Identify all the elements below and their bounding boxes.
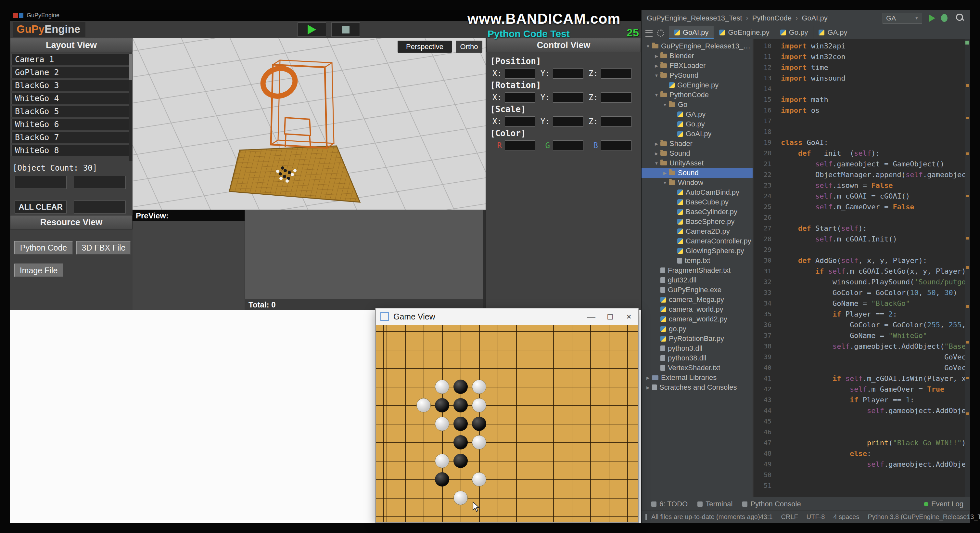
project-tree-item[interactable]: ▶FBXLoader [641, 61, 752, 70]
terminal-toolwindow[interactable]: Terminal [697, 500, 732, 508]
status-item[interactable]: CRLF [781, 513, 798, 521]
layout-object-item[interactable]: Camera_1 [11, 54, 131, 65]
perspective-button[interactable]: Perspective [398, 41, 452, 53]
project-tree-item[interactable]: AutoCamBind.py [641, 188, 752, 197]
project-tree-item[interactable]: GuPyEngine.exe [641, 285, 752, 295]
layout-object-item[interactable]: BlackGo_7 [11, 132, 131, 143]
project-tree-item[interactable]: ▼Go [641, 100, 752, 110]
project-tree-item[interactable]: python3.dll [641, 343, 752, 353]
project-tree-item[interactable]: ▼GuPyEngine_Release13_Test [641, 41, 752, 51]
project-tree-item[interactable]: python38.dll [641, 353, 752, 363]
project-tree-item[interactable]: Camera2D.py [641, 227, 752, 236]
project-tree-item[interactable]: CameraController.py [641, 236, 752, 246]
project-tree-item[interactable]: BaseSphere.py [641, 217, 752, 227]
project-tree-item[interactable]: ▶Shader [641, 139, 752, 148]
project-tree-item[interactable]: go.py [641, 324, 752, 334]
axis-value-field[interactable] [601, 68, 632, 79]
editor-tab[interactable]: GA.py [813, 26, 853, 39]
gear-icon[interactable] [657, 30, 664, 37]
menu-icon[interactable] [646, 30, 652, 37]
event-log-toolwindow[interactable]: Event Log [924, 500, 963, 508]
breadcrumb-item[interactable]: PythonCode [752, 14, 792, 22]
editor-tab[interactable]: GoEngine.py [714, 26, 775, 39]
run-config-dropdown[interactable]: GA ▼ [883, 13, 922, 24]
project-tree-item[interactable]: VertexShader.txt [641, 363, 752, 373]
todo-toolwindow[interactable]: 6: TODO [651, 500, 688, 508]
layout-object-item[interactable]: WhiteGo_4 [11, 93, 131, 104]
ortho-button[interactable]: Ortho [456, 41, 482, 53]
all-clear-button[interactable]: ALL CLEAR [14, 201, 67, 214]
axis-value-field[interactable] [553, 92, 583, 103]
project-tree-item[interactable]: ▶Scratches and Consoles [641, 383, 752, 392]
game-view-titlebar[interactable]: Game View — □ × [376, 308, 638, 325]
status-item[interactable]: Python 3.8 (GuPyEngine_Release13_Test) [868, 513, 980, 521]
resource-button[interactable]: 3D FBX File [76, 241, 131, 254]
scrollbar-thumb[interactable] [129, 54, 132, 80]
project-tree-item[interactable]: ▶Sound [641, 148, 752, 158]
layout-object-item[interactable]: BlackGo_5 [11, 105, 131, 117]
layout-object-item[interactable]: WhiteGo_6 [11, 119, 131, 130]
project-tree-item[interactable]: ▼PySound [641, 70, 752, 80]
stop-button[interactable] [331, 22, 360, 37]
object-action-button-1[interactable] [14, 176, 67, 189]
resource-button[interactable]: Image File [14, 263, 63, 277]
3d-viewport[interactable]: Perspective Ortho [132, 38, 485, 210]
axis-value-field[interactable] [505, 68, 535, 79]
project-tree-item[interactable]: temp.txt [641, 256, 752, 265]
axis-value-field[interactable] [553, 140, 583, 151]
project-tree-item[interactable]: ▼PythonCode [641, 90, 752, 100]
project-tree-item[interactable]: FragmentShader.txt [641, 265, 752, 275]
status-item[interactable]: 4 spaces [833, 513, 859, 521]
project-tree-item[interactable]: ▼Window [641, 178, 752, 188]
project-tree-item[interactable]: BaseCube.py [641, 197, 752, 207]
project-tree-item[interactable]: ▼UnityAsset [641, 158, 752, 168]
minimize-button[interactable]: — [582, 308, 601, 325]
project-tree-item[interactable]: ▶External Libraries [641, 373, 752, 383]
play-button[interactable] [298, 22, 326, 37]
axis-value-field[interactable] [601, 92, 632, 103]
layout-object-item[interactable]: WhiteGo_8 [11, 145, 131, 156]
preview-canvas[interactable] [245, 210, 485, 299]
maximize-button[interactable]: □ [601, 308, 619, 325]
axis-value-field[interactable] [553, 68, 583, 79]
object-action-button-2[interactable] [74, 176, 126, 189]
toolwindow-toggle-icon[interactable] [646, 514, 647, 520]
project-tree-item[interactable]: GoEngine.py [641, 80, 752, 90]
project-tree-item[interactable]: glut32.dll [641, 275, 752, 285]
project-tree-item[interactable]: BaseCylinder.py [641, 207, 752, 217]
search-icon[interactable] [956, 14, 963, 21]
object-action-button-3[interactable] [74, 201, 126, 214]
project-tree-item[interactable]: GoAI.py [641, 129, 752, 139]
editor-tab[interactable]: Go.py [775, 26, 814, 39]
project-tree-item[interactable]: camera_world.py [641, 305, 752, 314]
project-tree-item[interactable]: Go.py [641, 119, 752, 129]
layout-object-item[interactable]: BlackGo_3 [11, 80, 131, 91]
status-item[interactable]: 43:1 [760, 513, 773, 521]
axis-value-field[interactable] [601, 140, 632, 151]
axis-value-field[interactable] [601, 116, 632, 127]
code-editor[interactable]: 1011121314151617181920212223242526272829… [754, 39, 966, 497]
axis-value-field[interactable] [505, 140, 535, 151]
run-button[interactable] [929, 14, 935, 22]
project-tree-item[interactable]: ▶Blender [641, 51, 752, 61]
breadcrumb-item[interactable]: GoAI.py [802, 14, 827, 22]
debug-button[interactable] [941, 14, 948, 22]
axis-value-field[interactable] [505, 92, 535, 103]
project-tree-item[interactable]: GA.py [641, 110, 752, 119]
breadcrumb-item[interactable]: GuPyEngine_Release13_Test [647, 14, 742, 22]
close-button[interactable]: × [619, 308, 638, 325]
editor-tab[interactable]: GoAI.py [669, 26, 714, 39]
go-board[interactable] [376, 325, 638, 522]
preview-scrollbar[interactable] [483, 210, 485, 310]
python-console-toolwindow[interactable]: Python Console [742, 500, 801, 508]
status-item[interactable]: UTF-8 [807, 513, 825, 521]
editor-error-stripe[interactable] [965, 39, 970, 497]
layout-object-item[interactable]: GoPlane_2 [11, 67, 131, 78]
layout-list-scrollbar[interactable] [129, 54, 132, 161]
project-tree-item[interactable]: GlowingSphere.py [641, 246, 752, 256]
project-tree-item[interactable]: ▶Sound [641, 168, 752, 178]
project-tree-item[interactable]: camera_world2.py [641, 314, 752, 324]
project-tree-item[interactable]: camera_Mega.py [641, 295, 752, 305]
axis-value-field[interactable] [505, 116, 535, 127]
project-tree-item[interactable]: PyRotationBar.py [641, 334, 752, 343]
